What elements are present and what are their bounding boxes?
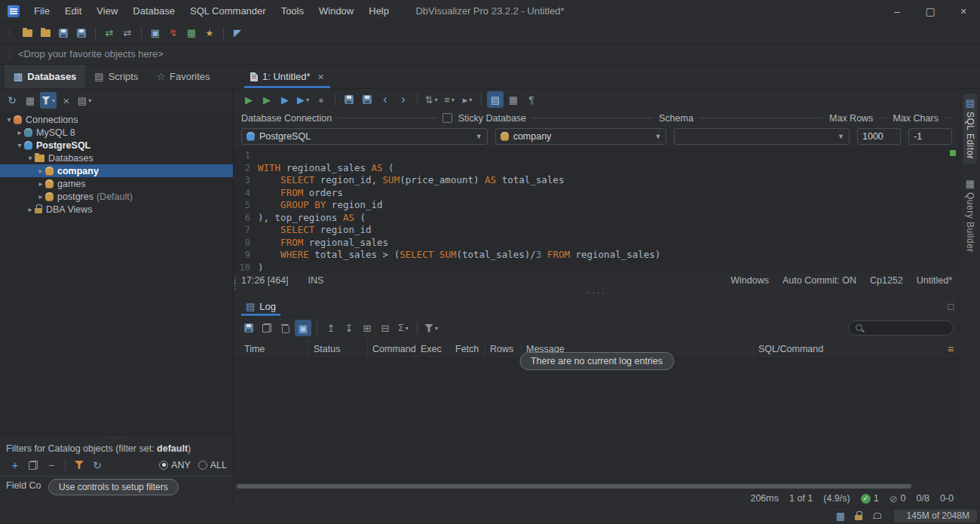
chevron-right-icon[interactable]: ▸	[36, 179, 45, 188]
side-tab-query-builder[interactable]: ▦Query Builder	[963, 174, 977, 257]
tree-item-postgresql[interactable]: ▾PostgreSQL	[0, 139, 233, 152]
tree-item-dba-views[interactable]: ▸DBA Views	[0, 203, 233, 216]
transaction-icon[interactable]: ⇅▾	[423, 91, 439, 108]
copy-icon[interactable]	[259, 320, 275, 336]
menu-window[interactable]: Window	[312, 2, 360, 20]
options-icon[interactable]: ≡▾	[441, 91, 458, 108]
filters-splitter[interactable]: ····	[0, 435, 233, 442]
database-select[interactable]: company ▼	[495, 128, 667, 145]
save-icon[interactable]	[55, 25, 72, 41]
minimize-button[interactable]: –	[880, 0, 914, 23]
column-header-fetch[interactable]: Fetch	[451, 339, 485, 358]
close-tab-icon[interactable]: ×	[318, 71, 324, 83]
log-splitter[interactable]: ····	[234, 288, 960, 297]
editor-view-icon[interactable]: ▤	[487, 91, 504, 108]
menu-help[interactable]: Help	[362, 2, 396, 20]
tab-scripts[interactable]: ▤Scripts	[85, 65, 147, 88]
format-sql-icon[interactable]: ¶	[523, 91, 540, 108]
favorites-drag-handle[interactable]: ⋮	[5, 49, 14, 60]
maximize-button[interactable]: ▢	[914, 0, 947, 23]
schema-select[interactable]: ▼	[674, 128, 850, 145]
save-icon[interactable]	[341, 91, 357, 108]
menu-tools[interactable]: Tools	[274, 2, 311, 20]
menu-edit[interactable]: Edit	[58, 2, 88, 20]
filter-log-icon[interactable]: ▾	[423, 320, 439, 336]
radio-all[interactable]: ALL	[198, 460, 227, 470]
menu-database[interactable]: Database	[126, 2, 182, 20]
pointer-mode-icon[interactable]: ◤	[229, 25, 246, 41]
error-stripe-mark[interactable]	[950, 150, 956, 156]
hscrollbar-thumb[interactable]	[237, 484, 911, 489]
aggregate-icon[interactable]: Σ▾	[395, 320, 412, 336]
refresh-icon[interactable]: ↻	[4, 92, 20, 109]
connection-select[interactable]: PostgreSQL ▼	[241, 128, 488, 145]
side-tab-sql-editor[interactable]: ▤SQL Editor	[963, 93, 977, 164]
filter-icon[interactable]: ▾	[40, 92, 57, 109]
tree-item-databases[interactable]: ▾Databases	[0, 152, 233, 164]
clear-log-icon[interactable]	[277, 320, 293, 336]
tree-item-postgres[interactable]: ▸postgres(Default)	[0, 190, 233, 203]
menu-file[interactable]: File	[27, 2, 57, 20]
close-button[interactable]: ×	[947, 0, 980, 23]
radio-any[interactable]: ANY	[159, 460, 191, 470]
tab-databases[interactable]: ▥Databases	[5, 65, 85, 88]
pin-log-icon[interactable]: ▣	[295, 320, 311, 336]
tree-item-company[interactable]: ▸company	[0, 164, 233, 177]
add-filter-icon[interactable]: +	[7, 457, 23, 473]
tab-log[interactable]: ▤ Log	[240, 297, 282, 316]
log-search[interactable]	[848, 320, 954, 336]
export-log-icon[interactable]	[240, 320, 257, 336]
log-search-input[interactable]	[868, 323, 947, 333]
open-bookmark-icon[interactable]	[37, 25, 54, 41]
menu-sql-commander[interactable]: SQL Commander	[183, 2, 273, 20]
driver-manager-icon[interactable]: ▣	[147, 25, 164, 41]
memory-indicator[interactable]: 145M of 2048M	[893, 509, 978, 523]
chevron-down-icon[interactable]: ▾	[26, 154, 35, 162]
chevron-right-icon[interactable]: ▸	[36, 192, 45, 201]
column-header-exec[interactable]: Exec	[416, 339, 451, 358]
column-header-command[interactable]: Command	[368, 339, 416, 358]
apply-filter-icon[interactable]	[71, 457, 87, 473]
table-data-icon[interactable]: ▦	[183, 25, 200, 41]
column-header-sql-command[interactable]: SQL/Command	[754, 339, 942, 358]
sql-editor[interactable]: 12WITH regional_sales AS (3 SELECT regio…	[234, 147, 960, 273]
chevron-right-icon[interactable]: ▸	[26, 205, 35, 213]
execute-explain-icon[interactable]: ▶▾	[295, 91, 311, 108]
chevron-right-icon[interactable]: ▸	[15, 128, 24, 136]
goto-icon[interactable]: ▸▾	[459, 91, 476, 108]
notifications-icon[interactable]	[868, 507, 885, 524]
max-chars-input[interactable]	[908, 128, 952, 145]
tree-item-mysql-8[interactable]: ▸MySQL 8	[0, 126, 233, 139]
tool-properties-icon[interactable]: ↯	[165, 25, 182, 41]
sticky-database-checkbox[interactable]	[443, 113, 452, 123]
column-settings-icon[interactable]: ≡	[942, 344, 960, 354]
execute-icon[interactable]: ▶	[240, 91, 257, 108]
lock-status-icon[interactable]	[850, 507, 867, 524]
reload-filter-icon[interactable]: ↻	[89, 457, 106, 473]
close-connection-icon[interactable]: ×	[58, 92, 75, 109]
execute-current-icon[interactable]: ▶	[259, 91, 275, 108]
grid-status-icon[interactable]: ▦	[832, 507, 849, 524]
save-as-icon[interactable]	[359, 91, 375, 108]
next-icon[interactable]: ›	[395, 91, 412, 108]
column-header-rows[interactable]: Rows	[485, 339, 522, 358]
collapse-rows-icon[interactable]: ⊟	[377, 320, 394, 336]
tree-item-games[interactable]: ▸games	[0, 177, 233, 190]
copy-filter-icon[interactable]	[25, 457, 41, 473]
disconnect-icon[interactable]: ⇄	[119, 25, 136, 41]
stop-icon[interactable]: ●	[313, 91, 329, 108]
expand-rows-icon[interactable]: ⊞	[359, 320, 375, 336]
column-header-time[interactable]: Time	[240, 339, 309, 358]
tab-favorites[interactable]: ☆Favorites	[147, 65, 219, 88]
save-as-icon[interactable]	[73, 25, 90, 41]
toolbar-drag-handle[interactable]: ⋮	[5, 28, 14, 38]
chevron-down-icon[interactable]: ▾	[15, 141, 24, 149]
scroll-top-icon[interactable]: ↥	[323, 320, 339, 336]
builder-view-icon[interactable]: ▦	[505, 91, 522, 108]
execute-buffer-icon[interactable]: ▶	[277, 91, 293, 108]
new-bookmark-icon[interactable]	[19, 25, 35, 41]
detach-icon[interactable]: □	[948, 302, 954, 311]
column-header-status[interactable]: Status	[309, 339, 368, 358]
connect-icon[interactable]: ⇄	[101, 25, 118, 41]
tables-icon[interactable]: ▦	[22, 92, 38, 109]
